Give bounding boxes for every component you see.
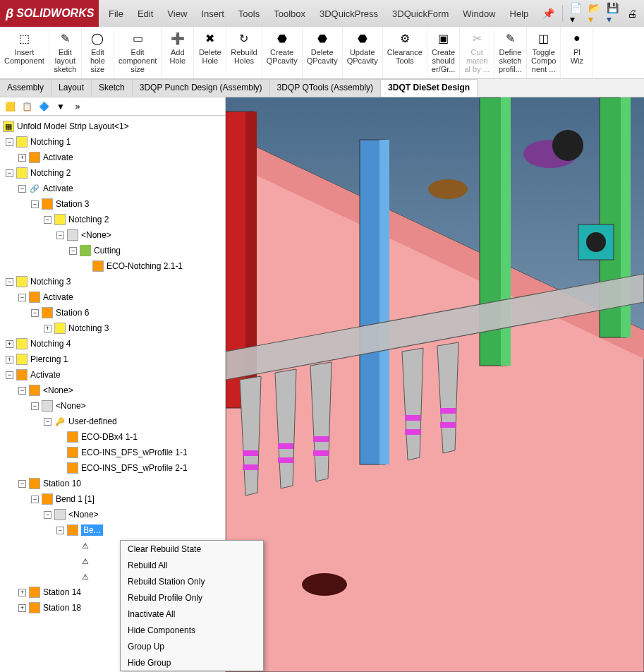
menu-view[interactable]: View — [160, 8, 194, 19]
tree-row[interactable]: −<None> — [0, 507, 225, 522]
tree-row[interactable]: −Notching 2 — [0, 212, 225, 227]
ribbon-delete[interactable]: ✖Delete Hole — [194, 27, 226, 78]
collapse-icon[interactable]: − — [6, 169, 13, 177]
tree-row[interactable]: −<None> — [0, 398, 225, 414]
tree-row[interactable]: −Activate — [0, 289, 225, 305]
collapse-icon[interactable]: − — [44, 511, 51, 519]
tree-row[interactable]: +Piercing 1 — [0, 352, 225, 367]
tree-row[interactable]: −<None> — [0, 383, 225, 398]
tree-row[interactable]: −Be... — [0, 522, 225, 538]
ribbon-edit[interactable]: ▭Edit component size — [114, 27, 162, 78]
collapse-icon[interactable]: − — [6, 278, 13, 286]
collapse-icon[interactable]: − — [56, 527, 64, 534]
collapse-icon[interactable]: − — [56, 232, 64, 239]
tree-row[interactable]: +Notching 4 — [0, 336, 225, 352]
tree-row[interactable]: −Station 6 — [0, 305, 225, 320]
collapse-icon[interactable]: − — [18, 387, 26, 395]
tree-row[interactable]: −Cutting — [0, 243, 225, 258]
tree-row[interactable]: −🔑User-defined — [0, 414, 225, 429]
context-group-up[interactable]: Group Up — [121, 638, 263, 654]
context-hide-components[interactable]: Hide Components — [121, 622, 263, 638]
expand-icon[interactable]: + — [44, 325, 51, 332]
menu-insert[interactable]: Insert — [194, 8, 231, 19]
menu-help[interactable]: Help — [503, 8, 536, 19]
menu-window[interactable]: Window — [456, 8, 502, 19]
open-icon[interactable]: 📂▾ — [588, 6, 602, 20]
tab-3dqp-punch-design--assembly-[interactable]: 3DQP Punch Design (Assembly) — [133, 79, 270, 97]
collapse-icon[interactable]: − — [31, 200, 39, 208]
tree-row[interactable]: +Activate — [0, 150, 225, 165]
assembly-icon[interactable]: 🟨 — [3, 100, 17, 114]
collapse-icon[interactable]: − — [31, 496, 39, 503]
ribbon-clearance[interactable]: ⚙Clearance Tools — [383, 27, 427, 78]
ribbon-create[interactable]: ▣Create should er/Gr... — [427, 27, 461, 78]
collapse-icon[interactable]: − — [31, 402, 39, 410]
ribbon-insert[interactable]: ⬚Insert Component — [0, 27, 49, 78]
expand-icon[interactable]: + — [18, 604, 26, 612]
menu-edit[interactable]: Edit — [130, 8, 160, 19]
display-icon[interactable]: 🔷 — [37, 100, 51, 114]
expand-icon[interactable]: + — [6, 356, 13, 364]
tab-layout[interactable]: Layout — [51, 79, 92, 97]
tree-row[interactable]: −Notching 3 — [0, 274, 225, 289]
menu-3dquickform[interactable]: 3DQuickForm — [385, 8, 456, 19]
ribbon-toggle[interactable]: ◫Toggle Compo nent ... — [527, 27, 561, 78]
ribbon-create[interactable]: ⬣Create QPcavity — [262, 27, 303, 78]
tab-3dqp-qtools--assembly-[interactable]: 3DQP QTools (Assembly) — [270, 79, 381, 97]
tree-row[interactable]: −Activate — [0, 367, 225, 383]
tree-row[interactable]: −Station 10 — [0, 476, 225, 491]
tree-root[interactable]: ▦Unfold Model Strip Layout<1> — [0, 119, 225, 134]
ribbon-delete[interactable]: ⬣Delete QPcavity — [303, 27, 343, 78]
tree-row[interactable]: −Bend 1 [1] — [0, 491, 225, 507]
context-rebuild-all[interactable]: Rebuild All — [121, 557, 263, 573]
menu-toolbox[interactable]: Toolbox — [267, 8, 312, 19]
ribbon-rebuild[interactable]: ↻Rebuild Holes — [226, 27, 262, 78]
filter-icon[interactable]: ▼ — [54, 100, 68, 114]
tree-row[interactable]: −<None> — [0, 227, 225, 243]
ribbon-edit[interactable]: ◯Edit hole size — [82, 27, 114, 78]
collapse-icon[interactable]: − — [18, 185, 26, 193]
context-inactivate-all[interactable]: Inactivate All — [121, 606, 263, 622]
context-clear-rebuild-state[interactable]: Clear Rebuild State — [121, 541, 263, 557]
collapse-icon[interactable]: − — [44, 216, 51, 224]
expand-icon[interactable]: + — [18, 154, 26, 162]
config-icon[interactable]: 📋 — [20, 100, 34, 114]
collapse-icon[interactable]: − — [6, 371, 13, 379]
ribbon-define[interactable]: ✎Define sketch profil... — [494, 27, 527, 78]
tree-row[interactable]: ECO-Notching 2.1-1 — [0, 258, 225, 274]
collapse-icon[interactable]: − — [6, 138, 13, 146]
tree-row[interactable]: −Notching 1 — [0, 134, 225, 150]
tree-row[interactable]: ECO-INS_DFS_wProfile 2-1 — [0, 460, 225, 476]
context-hide-group[interactable]: Hide Group — [121, 654, 263, 671]
collapse-icon[interactable]: − — [18, 294, 26, 301]
tree-row[interactable]: −Station 3 — [0, 196, 225, 212]
collapse-icon[interactable]: − — [31, 309, 39, 317]
3d-viewport[interactable] — [226, 97, 644, 672]
context-rebuild-station-only[interactable]: Rebuild Station Only — [121, 573, 263, 589]
ribbon-pl[interactable]: ●Pl Wiz — [561, 27, 593, 78]
save-icon[interactable]: 💾▾ — [607, 6, 621, 20]
ribbon-update[interactable]: ⬣Update QPcavity — [343, 27, 383, 78]
menu-file[interactable]: File — [102, 8, 130, 19]
tab-3dqt-dieset-design[interactable]: 3DQT DieSet Design — [381, 79, 478, 97]
tree-row[interactable]: −🔗Activate — [0, 181, 225, 196]
tree-row[interactable]: ECO-INS_DFS_wProfile 1-1 — [0, 445, 225, 460]
collapse-icon[interactable]: − — [69, 247, 77, 255]
new-icon[interactable]: 📄▾ — [570, 6, 584, 20]
more-icon[interactable]: » — [71, 100, 85, 114]
print-icon[interactable]: 🖨 — [625, 6, 639, 20]
ribbon-edit[interactable]: ✎Edit layout sketch — [49, 27, 82, 78]
pin-icon[interactable]: 📌 — [541, 6, 555, 20]
ribbon-add[interactable]: ➕Add Hole — [162, 27, 194, 78]
collapse-icon[interactable]: − — [18, 480, 26, 488]
menu-tools[interactable]: Tools — [231, 8, 267, 19]
tab-sketch[interactable]: Sketch — [92, 79, 133, 97]
context-rebuild-profile-only[interactable]: Rebuild Profile Only — [121, 589, 263, 606]
tab-assembly[interactable]: Assembly — [0, 79, 51, 97]
expand-icon[interactable]: + — [18, 589, 26, 596]
tree-row[interactable]: ECO-DBx4 1-1 — [0, 429, 225, 445]
menu-3dquickpress[interactable]: 3DQuickPress — [312, 8, 385, 19]
tree-row[interactable]: −Notching 2 — [0, 165, 225, 181]
expand-icon[interactable]: + — [6, 340, 13, 348]
collapse-icon[interactable]: − — [44, 418, 51, 426]
